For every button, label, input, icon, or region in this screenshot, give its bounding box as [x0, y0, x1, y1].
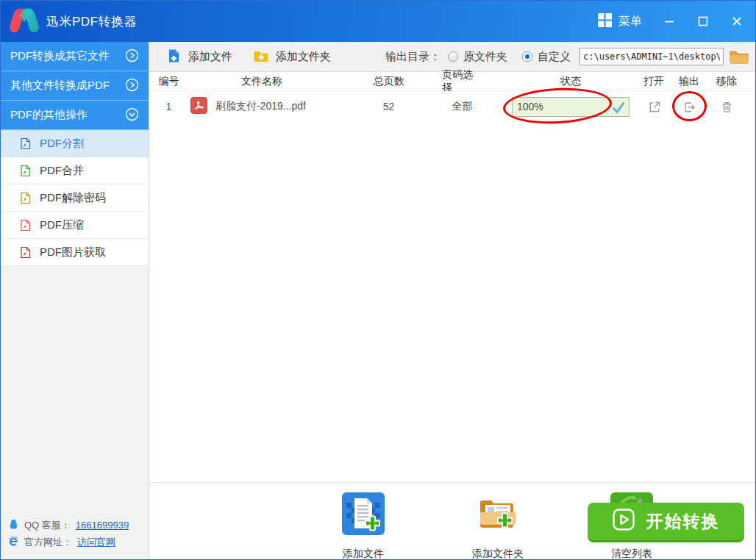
sidebar-item-label: PDF解除密码	[40, 191, 106, 205]
pdf-file-icon	[190, 97, 207, 116]
add-folder-button[interactable]: 添加文件夹	[253, 49, 331, 65]
chevron-right-circle-icon	[125, 49, 139, 65]
official-site-link[interactable]: 访问官网	[77, 536, 115, 549]
browse-folder-button[interactable]	[730, 49, 749, 64]
app-logo-icon	[7, 4, 42, 38]
header-no: 编号	[149, 75, 188, 88]
folder-icon	[730, 49, 749, 64]
pdf-doc-icon	[20, 137, 31, 150]
add-file-icon	[167, 49, 182, 65]
output-dir-label: 输出目录：	[385, 50, 441, 64]
minimize-button[interactable]	[663, 15, 676, 28]
title-bar: 迅米PDF转换器 菜单	[1, 1, 755, 42]
pdf-doc-icon	[20, 165, 31, 177]
pdf-doc-icon	[20, 246, 31, 259]
add-folder-big-icon	[477, 492, 519, 538]
file-table-header: 编号 文件名称 总页数 页码选择 状态 打开 输出 移除	[149, 72, 755, 91]
category-label: PDF转换成其它文件	[10, 49, 110, 63]
sidebar-item-pdf-merge[interactable]: PDF合并	[1, 157, 149, 184]
app-title: 迅米PDF转换器	[46, 13, 137, 30]
menu-button[interactable]: 菜单	[598, 13, 642, 30]
app-window: 迅米PDF转换器 菜单	[0, 0, 756, 560]
sidebar-category-pdf-other-ops[interactable]: PDF的其他操作	[1, 101, 149, 130]
open-file-icon[interactable]	[647, 100, 661, 114]
file-page-range[interactable]: 全部	[442, 100, 482, 113]
sidebar-item-pdf-split[interactable]: PDF分割	[1, 130, 149, 157]
sidebar-category-other-to-pdf[interactable]: 其他文件转换成PDF	[1, 71, 149, 101]
sidebar-item-label: PDF分割	[40, 137, 84, 151]
file-name: 刷脸支付-2019...pdf	[215, 100, 306, 113]
sidebar: PDF转换成其它文件 其他文件转换成PDF PDF的其他操作 PDF分割 PDF…	[1, 42, 149, 559]
chevron-down-circle-icon	[125, 107, 139, 123]
add-file-big-icon	[342, 492, 385, 538]
file-page-count: 52	[335, 101, 442, 112]
radio-original-folder-label[interactable]: 原文件夹	[463, 50, 507, 64]
sidebar-item-label: PDF压缩	[40, 218, 84, 232]
menu-label: 菜单	[618, 14, 642, 29]
sidebar-item-label: PDF合并	[40, 164, 84, 178]
progress-bar: 100%	[512, 97, 630, 117]
start-convert-label: 开始转换	[646, 510, 720, 533]
table-row: 1 刷脸支付-2019...pdf 52 全部 100%	[149, 91, 755, 122]
grid-menu-icon	[598, 13, 612, 30]
browser-e-icon	[8, 536, 19, 549]
header-pages: 总页数	[335, 75, 442, 88]
add-file-label: 添加文件	[188, 50, 232, 64]
close-button[interactable]	[730, 15, 743, 28]
header-remove: 移除	[707, 75, 746, 88]
remove-trash-icon[interactable]	[720, 100, 734, 114]
pdf-doc-icon	[20, 192, 31, 204]
header-open: 打开	[637, 75, 671, 88]
add-folder-big-label: 添加文件夹	[472, 548, 524, 560]
output-path-input[interactable]	[580, 48, 724, 65]
add-file-button[interactable]: 添加文件	[167, 49, 232, 65]
add-folder-big-button[interactable]: 添加文件夹	[454, 492, 542, 560]
row-number: 1	[149, 101, 188, 112]
pdf-doc-icon	[20, 219, 31, 231]
output-icon[interactable]	[682, 100, 696, 114]
clear-list-label: 清空列表	[611, 548, 652, 560]
sidebar-category-pdf-to-other[interactable]: PDF转换成其它文件	[1, 42, 149, 71]
sidebar-footer: QQ 客服： 1661699939 官方网址： 访问官网	[8, 517, 129, 550]
done-check-icon	[611, 100, 626, 115]
progress-value: 100%	[517, 101, 543, 112]
sidebar-item-pdf-extract-images[interactable]: PDF图片获取	[1, 239, 149, 266]
qq-number-link[interactable]: 1661699939	[76, 520, 129, 531]
sidebar-item-label: PDF图片获取	[40, 245, 106, 259]
sidebar-item-pdf-remove-password[interactable]: PDF解除密码	[1, 184, 149, 212]
play-icon	[613, 509, 635, 535]
radio-custom-label[interactable]: 自定义	[538, 50, 571, 64]
header-status: 状态	[508, 75, 633, 88]
category-label: 其他文件转换成PDF	[10, 79, 110, 93]
header-output: 输出	[671, 75, 707, 88]
maximize-button[interactable]	[696, 15, 710, 28]
qq-icon	[8, 519, 19, 532]
add-folder-icon	[253, 49, 269, 65]
add-file-big-button[interactable]: 添加文件	[319, 492, 407, 560]
header-filename: 文件名称	[188, 75, 335, 88]
add-file-big-label: 添加文件	[343, 548, 384, 560]
qq-service-label: QQ 客服：	[24, 519, 71, 532]
sidebar-item-pdf-compress[interactable]: PDF压缩	[1, 212, 149, 239]
bottom-action-bar: 添加文件 添加文件夹	[149, 482, 755, 559]
chevron-right-circle-icon	[125, 78, 139, 94]
radio-custom[interactable]	[522, 51, 532, 62]
add-folder-label: 添加文件夹	[276, 50, 331, 64]
radio-original-folder[interactable]	[448, 51, 458, 62]
official-site-label: 官方网址：	[24, 536, 72, 549]
category-label: PDF的其他操作	[10, 108, 88, 122]
start-convert-button[interactable]: 开始转换	[588, 503, 744, 540]
